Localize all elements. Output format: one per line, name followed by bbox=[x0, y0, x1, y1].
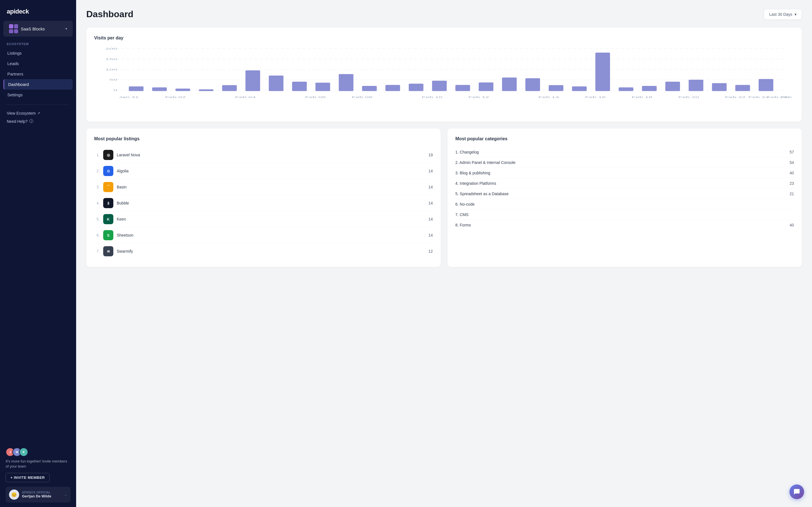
sidebar-nav: Listings Leads Partners Dashboard Settin… bbox=[0, 48, 76, 100]
listing-number: 2. bbox=[94, 169, 100, 173]
category-count: 40 bbox=[790, 171, 794, 175]
listing-count: 14 bbox=[428, 217, 433, 221]
app-name: SaaS Blocks bbox=[21, 26, 63, 31]
svg-text:Feb 16: Feb 16 bbox=[585, 96, 606, 99]
svg-rect-22 bbox=[409, 83, 423, 91]
user-org: APIDECK OFFICIAL bbox=[22, 491, 61, 494]
chat-bubble-button[interactable] bbox=[790, 485, 804, 499]
listing-count: 19 bbox=[428, 153, 433, 157]
sidebar-bottom: J M K It's more fun together! Invite mem… bbox=[0, 442, 76, 507]
listing-number: 7. bbox=[94, 249, 100, 253]
svg-rect-16 bbox=[269, 75, 283, 91]
category-item: 3. Blog & publishing 40 bbox=[455, 168, 794, 178]
listing-logo: ⌒ bbox=[103, 182, 113, 192]
view-ecosystem-link[interactable]: View Ecosystem ↗ bbox=[7, 109, 69, 117]
listing-number: 5. bbox=[94, 217, 100, 221]
listing-item: 6. S Sheetson 14 bbox=[94, 227, 433, 243]
svg-rect-20 bbox=[362, 86, 377, 91]
listing-count: 12 bbox=[428, 249, 433, 253]
category-count: 57 bbox=[790, 150, 794, 154]
popular-listings-card: Most popular listings 1. ◎ Laravel Nova … bbox=[86, 128, 441, 267]
svg-rect-35 bbox=[712, 83, 726, 91]
svg-rect-32 bbox=[642, 86, 657, 91]
listing-number: 4. bbox=[94, 201, 100, 205]
listing-logo: S bbox=[103, 230, 113, 240]
listing-logo: ꞵ bbox=[103, 198, 113, 208]
bottom-grid: Most popular listings 1. ◎ Laravel Nova … bbox=[86, 128, 802, 274]
main-content: Dashboard Last 30 Days ▾ Visits per day … bbox=[76, 0, 812, 507]
listing-logo: ⊙ bbox=[103, 166, 113, 176]
svg-text:Feb 14: Feb 14 bbox=[538, 96, 559, 99]
svg-rect-12 bbox=[175, 89, 190, 91]
svg-text:Feb 24: Feb 24 bbox=[748, 96, 769, 99]
svg-rect-18 bbox=[315, 83, 330, 91]
svg-text:Feb 06: Feb 06 bbox=[305, 96, 326, 99]
svg-rect-26 bbox=[502, 77, 517, 91]
svg-text:0: 0 bbox=[113, 89, 117, 92]
category-label: 6. No-code bbox=[455, 202, 794, 207]
category-count: 21 bbox=[790, 191, 794, 196]
user-avatar: 😊 bbox=[9, 490, 19, 500]
svg-rect-14 bbox=[222, 85, 237, 91]
sidebar-item-settings[interactable]: Settings bbox=[3, 90, 73, 100]
sidebar-item-dashboard[interactable]: Dashboard bbox=[3, 79, 73, 90]
listing-item: 1. ◎ Laravel Nova 19 bbox=[94, 147, 433, 163]
svg-rect-30 bbox=[596, 53, 610, 91]
listing-item: 7. ≋ Swarmify 12 bbox=[94, 243, 433, 259]
listing-logo: ◎ bbox=[103, 150, 113, 160]
listing-count: 14 bbox=[428, 233, 433, 237]
category-label: 4. Integration Platforms bbox=[455, 181, 790, 186]
user-profile[interactable]: 😊 APIDECK OFFICIAL Gertjan De Wilde ⌄ bbox=[6, 487, 70, 503]
invite-avatars: J M K bbox=[6, 448, 70, 457]
svg-rect-29 bbox=[572, 87, 587, 91]
invite-member-button[interactable]: + INVITE MEMBER bbox=[6, 473, 50, 482]
invite-promo: J M K It's more fun together! Invite mem… bbox=[6, 448, 70, 482]
listing-item: 2. ⊙ Algolia 14 bbox=[94, 163, 433, 179]
category-item: 6. No-code bbox=[455, 199, 794, 210]
listing-name: Keen bbox=[117, 217, 425, 221]
chat-icon bbox=[794, 489, 800, 495]
sidebar-item-partners[interactable]: Partners bbox=[3, 69, 73, 79]
popular-listings-title: Most popular listings bbox=[94, 136, 433, 142]
svg-rect-31 bbox=[619, 87, 633, 91]
svg-rect-19 bbox=[339, 74, 354, 91]
user-name: Gertjan De Wilde bbox=[22, 494, 61, 498]
chevron-down-icon: ▾ bbox=[65, 27, 67, 31]
need-help-link[interactable]: Need Help? ⓘ bbox=[7, 117, 69, 126]
svg-rect-15 bbox=[246, 70, 260, 91]
page-header: Dashboard Last 30 Days ▾ bbox=[86, 9, 802, 20]
visits-chart-card: Visits per day 0 50 100 150 200 bbox=[86, 27, 802, 122]
listing-name: Sheetson bbox=[117, 233, 425, 237]
user-menu-chevron: ⌄ bbox=[64, 493, 67, 497]
external-link-icon: ↗ bbox=[37, 111, 40, 115]
help-icon: ⓘ bbox=[29, 119, 33, 124]
svg-text:150: 150 bbox=[105, 57, 117, 61]
app-selector[interactable]: SaaS Blocks ▾ bbox=[3, 21, 73, 37]
popular-categories-card: Most popular categories 1. Changelog 57 … bbox=[448, 128, 802, 267]
category-count: 23 bbox=[790, 181, 794, 186]
sidebar-item-leads[interactable]: Leads bbox=[3, 58, 73, 69]
date-range-button[interactable]: Last 30 Days ▾ bbox=[764, 9, 802, 20]
svg-text:Feb 02: Feb 02 bbox=[165, 96, 186, 99]
listing-item: 4. ꞵ Bubble 14 bbox=[94, 195, 433, 211]
category-label: 7. CMS bbox=[455, 212, 794, 217]
app-icon bbox=[9, 24, 18, 33]
user-info: APIDECK OFFICIAL Gertjan De Wilde bbox=[22, 491, 61, 498]
category-label: 1. Changelog bbox=[455, 150, 790, 154]
svg-rect-21 bbox=[386, 85, 400, 91]
svg-rect-37 bbox=[759, 79, 773, 91]
avatar-3: K bbox=[19, 448, 28, 457]
svg-rect-23 bbox=[432, 81, 447, 91]
svg-text:Feb 22: Feb 22 bbox=[725, 96, 746, 99]
sidebar: apideck SaaS Blocks ▾ ECOSYSTEM Listings… bbox=[0, 0, 76, 507]
category-label: 8. Forms bbox=[455, 223, 790, 227]
svg-rect-13 bbox=[199, 89, 213, 91]
listing-name: Algolia bbox=[117, 169, 425, 173]
sidebar-item-listings[interactable]: Listings bbox=[3, 48, 73, 58]
visits-chart-title: Visits per day bbox=[94, 36, 794, 41]
listing-name: Bubble bbox=[117, 201, 425, 205]
listing-logo: ≋ bbox=[103, 246, 113, 256]
category-item: 1. Changelog 57 bbox=[455, 147, 794, 158]
svg-text:Feb 10: Feb 10 bbox=[422, 96, 443, 99]
svg-text:Feb 08: Feb 08 bbox=[352, 96, 372, 99]
